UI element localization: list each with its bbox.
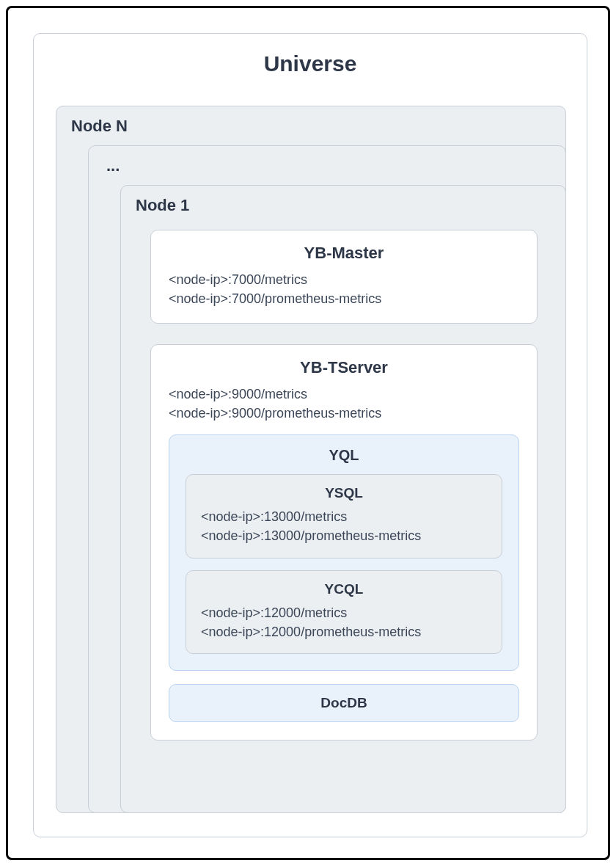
docdb-box: DocDB [169,684,519,722]
yb-tserver-endpoint-1: <node-ip>:9000/metrics [169,385,519,404]
outer-frame: Universe Node N ... Node 1 YB-Master <no… [6,6,610,860]
yb-tserver-title: YB-TServer [169,358,519,377]
yql-box: YQL YSQL <node-ip>:13000/metrics <node-i… [169,434,519,670]
docdb-title: DocDB [184,695,504,711]
ysql-box: YSQL <node-ip>:13000/metrics <node-ip>:1… [186,474,502,558]
ycql-endpoint-2: <node-ip>:12000/prometheus-metrics [201,622,487,641]
ycql-box: YCQL <node-ip>:12000/metrics <node-ip>:1… [186,570,502,654]
ycql-endpoint-1: <node-ip>:12000/metrics [201,603,487,622]
node-1-card: Node 1 YB-Master <node-ip>:7000/metrics … [120,185,566,813]
ysql-title: YSQL [201,485,487,501]
yb-master-title: YB-Master [169,244,519,263]
universe-container: Universe Node N ... Node 1 YB-Master <no… [33,33,587,837]
node-stack: Node N ... Node 1 YB-Master <node-ip>:70… [56,106,566,813]
universe-title: Universe [34,51,587,76]
yb-master-endpoint-2: <node-ip>:7000/prometheus-metrics [169,289,519,308]
yql-title: YQL [186,447,502,464]
node-1-inner: YB-Master <node-ip>:7000/metrics <node-i… [150,230,538,741]
ycql-title: YCQL [201,581,487,597]
yb-master-endpoint-1: <node-ip>:7000/metrics [169,270,519,289]
yb-tserver-box: YB-TServer <node-ip>:9000/metrics <node-… [150,344,538,741]
ysql-endpoint-2: <node-ip>:13000/prometheus-metrics [201,526,487,545]
yb-tserver-endpoint-2: <node-ip>:9000/prometheus-metrics [169,404,519,423]
node-ellipsis-label: ... [89,146,565,186]
node-n-label: Node N [56,106,565,146]
node-1-label: Node 1 [121,186,565,225]
ysql-endpoint-1: <node-ip>:13000/metrics [201,507,487,526]
yb-master-box: YB-Master <node-ip>:7000/metrics <node-i… [150,230,538,324]
